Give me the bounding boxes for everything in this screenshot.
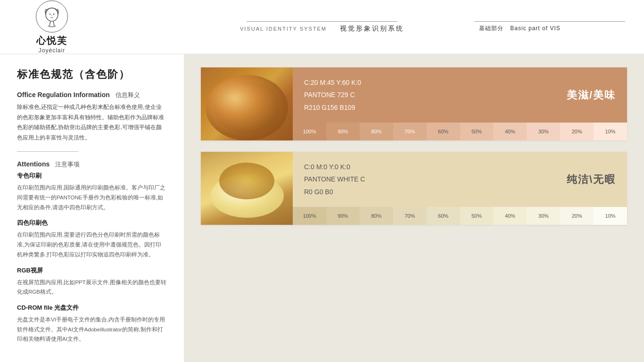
color-card-white: C:0 M:0 Y:0 K:0 PANTONE WHITE C R0 G0 B0… (201, 152, 627, 225)
sub-text-1: 在印刷范围内应用,国际通用的印刷颜色标准。客户与印厂之间需要有统一的PANTON… (17, 183, 167, 212)
swatches-white: 100% 90% 80% 70% 60% 50% 40% 30% 20% 10% (293, 207, 627, 225)
svg-point-3 (50, 13, 50, 14)
color-card-brown-top: C:20 M:45 Y:60 K:0 PANTONE 729 C R210 G1… (293, 67, 627, 123)
swatch-white-80: 80% (360, 207, 393, 225)
swatch-brown-20: 20% (560, 123, 594, 140)
swatch-brown-60: 60% (427, 123, 460, 140)
swatch-white-50: 50% (460, 207, 494, 225)
color-pantone-brown: PANTONE 729 C (304, 89, 557, 101)
swatch-white-90: 90% (326, 207, 360, 225)
swatch-brown-30: 30% (527, 123, 560, 140)
header-top-divider (247, 21, 397, 22)
vis-label-en: VISUAL IDENTITY SYSTEM (240, 26, 327, 32)
info-text: 除标准色,还指定一种或几种色彩来配合标准色使用,使企业的色彩形象更加丰富和具有独… (17, 102, 167, 143)
sub-title-1: 专色印刷 (17, 172, 167, 180)
attentions-label: Attentions 注意事项 (17, 160, 167, 169)
swatch-white-30: 30% (527, 207, 560, 225)
sub-text-3: 在视屏范围内应用,比如PPT展示文件,图像相关的颜色也要转化成RGB格式。 (17, 278, 167, 297)
color-details-white: C:0 M:0 Y:0 K:0 PANTONE WHITE C R0 G0 B0 (304, 161, 557, 198)
svg-point-4 (53, 13, 54, 14)
swatch-brown-40: 40% (493, 123, 527, 140)
svg-line-1 (50, 21, 50, 26)
cream-puff-illustration (201, 152, 293, 225)
svg-line-2 (53, 21, 54, 26)
food-image-cream-puff (201, 152, 293, 225)
food-image-bread (201, 67, 293, 140)
sub-title-2: 四色印刷色 (17, 219, 167, 227)
section-label: 基础部分 Basic part of VIS (474, 25, 561, 33)
swatch-white-20: 20% (560, 207, 594, 225)
divider-1 (17, 151, 78, 152)
logo-area: 心悦芙 Joyéclair (19, 0, 85, 54)
color-card-white-info: C:0 M:0 Y:0 K:0 PANTONE WHITE C R0 G0 B0… (293, 152, 627, 225)
swatches-brown: 100% 90% 80% 70% 60% 50% 40% 30% 20% 10% (293, 123, 627, 140)
color-rgb-brown: R210 G156 B109 (304, 101, 557, 114)
svg-point-0 (46, 8, 58, 21)
header-right: 基础部分 Basic part of VIS (474, 21, 625, 33)
swatch-brown-50: 50% (460, 123, 494, 140)
swatch-white-70: 70% (393, 207, 427, 225)
main-content: 标准色规范（含色阶） Office Regulation Information… (0, 54, 644, 362)
swatch-brown-10: 10% (594, 123, 627, 140)
bread-illustration (201, 67, 293, 140)
color-card-white-top: C:0 M:0 Y:0 K:0 PANTONE WHITE C R0 G0 B0… (293, 152, 627, 207)
color-details-brown: C:20 M:45 Y:60 K:0 PANTONE 729 C R210 G1… (304, 76, 557, 114)
header-center: VISUAL IDENTITY SYSTEM 视觉形象识别系统 (240, 21, 404, 33)
header-right-divider (474, 21, 625, 22)
swatch-brown-100: 100% (293, 123, 326, 140)
page-title: 标准色规范（含色阶） (17, 67, 167, 82)
color-name-white: 纯洁\无暇 (567, 173, 616, 187)
sub-title-4: CD-ROM file 光盘文件 (17, 304, 167, 312)
color-card-brown-info: C:20 M:45 Y:60 K:0 PANTONE 729 C R210 G1… (293, 67, 627, 140)
header: 心悦芙 Joyéclair VISUAL IDENTITY SYSTEM 视觉形… (0, 0, 644, 54)
color-card-brown: C:20 M:45 Y:60 K:0 PANTONE 729 C R210 G1… (201, 67, 627, 140)
swatch-white-10: 10% (594, 207, 627, 225)
sub-text-4: 光盘文件是本VI手册电子文件的集合,内含手册制作时的专用软件格式文件。其中AI文… (17, 315, 167, 344)
sub-title-3: RGB视屏 (17, 266, 167, 275)
swatch-brown-80: 80% (360, 123, 393, 140)
logo-en: Joyéclair (39, 47, 65, 54)
info-section-label: Office Regulation Information 信息释义 (17, 91, 167, 99)
header-title-row: VISUAL IDENTITY SYSTEM 视觉形象识别系统 (240, 25, 404, 33)
swatch-brown-70: 70% (393, 123, 427, 140)
swatch-brown-90: 90% (326, 123, 360, 140)
swatch-white-60: 60% (427, 207, 460, 225)
swatch-white-100: 100% (293, 207, 326, 225)
color-name-brown: 美滋/美味 (567, 88, 616, 102)
color-cmyk-white: C:0 M:0 Y:0 K:0 (304, 161, 557, 173)
color-rgb-white: R0 G0 B0 (304, 186, 557, 198)
color-pantone-white: PANTONE WHITE C (304, 173, 557, 186)
right-panel: C:20 M:45 Y:60 K:0 PANTONE 729 C R210 G1… (184, 54, 644, 362)
logo-cn: 心悦芙 (36, 34, 67, 47)
sub-text-2: 在印刷范围内应用,需要进行四色分色印刷时所需的颜色标准,为保证印刷的色彩质量,请… (17, 230, 167, 259)
left-panel: 标准色规范（含色阶） Office Regulation Information… (0, 54, 184, 362)
vis-label-cn: 视觉形象识别系统 (340, 25, 404, 33)
swatch-white-40: 40% (493, 207, 527, 225)
color-cmyk-brown: C:20 M:45 Y:60 K:0 (304, 76, 557, 89)
logo-circle (36, 0, 68, 33)
